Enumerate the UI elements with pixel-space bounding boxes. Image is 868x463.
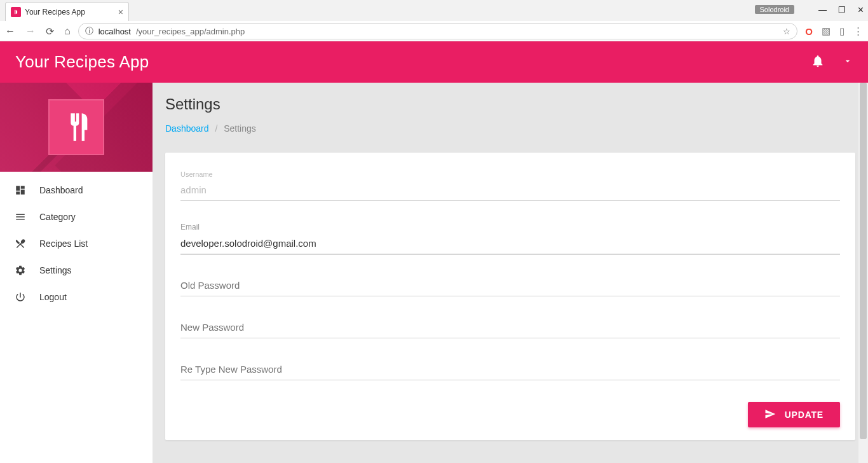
page-title: Settings — [165, 95, 855, 113]
update-button-label: UPDATE — [785, 410, 824, 420]
window-close-icon[interactable]: ✕ — [857, 5, 864, 15]
utensils-icon — [14, 238, 27, 249]
sidebar-item-dashboard[interactable]: Dashboard — [0, 177, 153, 204]
nav-home-icon[interactable]: ⌂ — [64, 25, 71, 37]
breadcrumb-current: Settings — [224, 123, 256, 134]
field-new-password — [180, 318, 840, 338]
toolbar-row: ← → ⟳ ⌂ ⓘ localhost/your_recipes_app/adm… — [0, 21, 868, 41]
retype-password-input[interactable] — [180, 360, 840, 380]
app-root: Your Recipes App Dashboard — [0, 41, 868, 463]
gear-icon — [14, 265, 27, 276]
nav-reload-icon[interactable]: ⟳ — [46, 25, 54, 38]
sidebar-item-settings[interactable]: Settings — [0, 257, 153, 284]
tab-favicon-icon — [11, 7, 21, 17]
send-icon — [764, 408, 776, 422]
url-path: /your_recipes_app/admin.php — [136, 27, 245, 36]
field-retype-password — [180, 360, 840, 380]
new-password-input[interactable] — [180, 318, 840, 338]
update-button[interactable]: UPDATE — [748, 402, 840, 427]
sidebar-item-label: Category — [39, 212, 76, 222]
nav-forward-icon: → — [25, 25, 36, 37]
field-username: Username — [180, 170, 840, 201]
nav-back-icon[interactable]: ← — [5, 25, 15, 37]
browser-menu-icon[interactable]: ⋮ — [853, 25, 863, 37]
bookmark-star-icon[interactable]: ☆ — [783, 27, 790, 36]
app-title: Your Recipes App — [15, 52, 149, 72]
menu-icon — [14, 211, 27, 223]
power-icon — [14, 291, 27, 303]
extension-opera-icon[interactable]: O — [805, 26, 813, 37]
username-label: Username — [180, 170, 840, 178]
topbar: Your Recipes App — [0, 41, 868, 83]
sidebar-logo — [0, 83, 153, 172]
url-host: localhost — [98, 27, 131, 36]
sidebar-item-label: Recipes List — [39, 238, 88, 249]
email-input[interactable] — [180, 234, 840, 254]
field-old-password — [180, 276, 840, 296]
extension-plus-icon[interactable]: ▧ — [822, 25, 831, 37]
dashboard-icon — [14, 184, 27, 196]
profile-badge[interactable]: Solodroid — [755, 5, 794, 14]
user-menu-caret-icon[interactable] — [843, 56, 853, 69]
breadcrumb-root-link[interactable]: Dashboard — [165, 123, 209, 134]
site-info-icon[interactable]: ⓘ — [85, 25, 93, 37]
window-maximize-icon[interactable]: ❐ — [838, 5, 846, 15]
notifications-bell-icon[interactable] — [811, 54, 825, 71]
window-minimize-icon[interactable]: — — [818, 5, 827, 15]
browser-chrome: Your Recipes App × Solodroid — ❐ ✕ ← → ⟳… — [0, 0, 868, 41]
tab-close-icon[interactable]: × — [118, 7, 123, 17]
sidebar-menu: Dashboard Category Recipes List Settings… — [0, 172, 153, 310]
breadcrumb-separator: / — [215, 123, 217, 134]
breadcrumb: Dashboard / Settings — [153, 120, 868, 145]
scrollbar-thumb[interactable] — [860, 83, 867, 439]
field-email: Email — [180, 223, 840, 254]
main-content: Settings Dashboard / Settings Username E… — [153, 83, 868, 463]
tab-title: Your Recipes App — [25, 8, 85, 17]
address-bar[interactable]: ⓘ localhost/your_recipes_app/admin.php ☆ — [78, 23, 798, 39]
device-icon[interactable]: ▯ — [839, 25, 844, 37]
tab-strip: Your Recipes App × Solodroid — ❐ ✕ — [0, 0, 868, 21]
old-password-input[interactable] — [180, 276, 840, 296]
sidebar-item-logout[interactable]: Logout — [0, 284, 153, 310]
sidebar-item-recipes-list[interactable]: Recipes List — [0, 230, 153, 257]
app-logo-icon — [48, 99, 104, 155]
sidebar-item-label: Dashboard — [39, 185, 83, 195]
settings-card: Username Email — [165, 153, 855, 440]
window-controls: Solodroid — ❐ ✕ — [755, 0, 864, 19]
sidebar: Dashboard Category Recipes List Settings… — [0, 83, 153, 463]
browser-tab[interactable]: Your Recipes App × — [5, 2, 129, 21]
sidebar-item-label: Logout — [39, 292, 67, 302]
sidebar-item-category[interactable]: Category — [0, 204, 153, 230]
sidebar-item-label: Settings — [39, 265, 72, 275]
username-input — [180, 181, 840, 201]
email-label: Email — [180, 223, 840, 232]
